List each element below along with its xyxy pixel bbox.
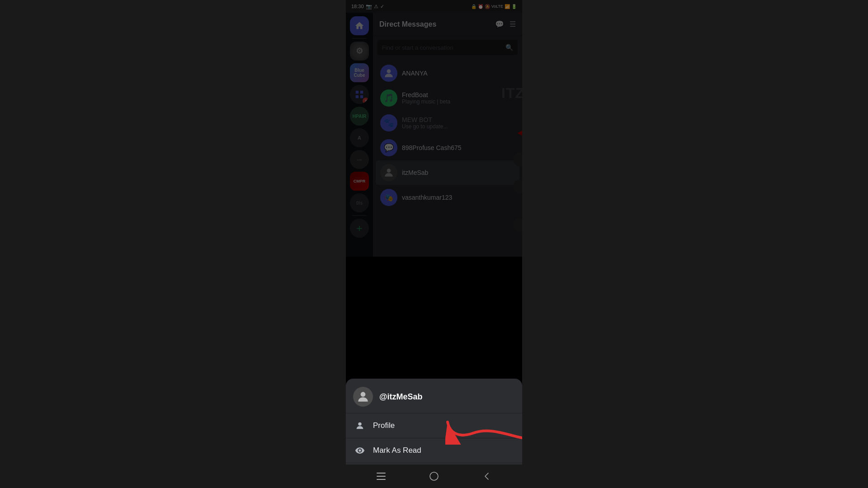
recent-apps-button[interactable] [370, 467, 392, 485]
back-button[interactable] [476, 467, 498, 485]
context-username: @itzMeSab [379, 392, 423, 402]
context-menu-sheet: @itzMeSab Profile Mark As Read Mute Chan… [346, 379, 522, 488]
svg-point-7 [358, 422, 361, 426]
home-button[interactable] [423, 467, 445, 485]
mark-as-read-menu-item[interactable]: Mark As Read [346, 438, 522, 463]
mark-as-read-icon [354, 445, 366, 456]
svg-point-12 [430, 472, 438, 480]
profile-icon [354, 420, 366, 432]
mark-as-read-label: Mark As Read [373, 446, 421, 455]
context-avatar [353, 387, 373, 407]
profile-label: Profile [373, 421, 395, 430]
phone-frame: 18:30 📷 ⚠ ✓ 🔒 ⏰ 🔕 VoLTE 📶 🔋 ⚙ BlueCube [346, 0, 522, 488]
nav-bar [346, 465, 522, 488]
profile-menu-item[interactable]: Profile [346, 413, 522, 438]
context-user-header: @itzMeSab [346, 379, 522, 413]
svg-rect-11 [377, 479, 386, 480]
svg-point-6 [361, 392, 366, 397]
svg-rect-9 [377, 473, 386, 474]
svg-rect-10 [377, 476, 386, 477]
